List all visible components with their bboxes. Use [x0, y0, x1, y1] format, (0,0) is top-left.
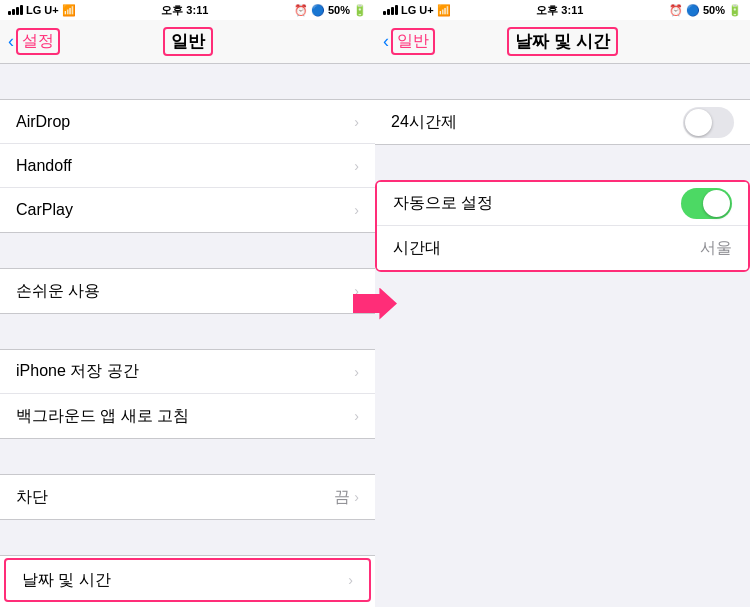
- airdrop-label: AirDrop: [16, 113, 70, 131]
- chevron-icon: ›: [354, 158, 359, 174]
- list-item[interactable]: 백그라운드 앱 새로 고침 ›: [0, 394, 375, 438]
- gap-2: [0, 233, 375, 268]
- 24hour-item[interactable]: 24시간제: [375, 100, 750, 144]
- wifi-icon: 📶: [62, 4, 76, 17]
- restrictions-value: 끔 ›: [334, 487, 359, 508]
- right-chevron-icon: ‹: [383, 31, 389, 52]
- chevron-icon: ›: [354, 202, 359, 218]
- left-chevron-icon: ‹: [8, 31, 14, 52]
- chevron-icon: ›: [354, 408, 359, 424]
- alarm-icon: ⏰: [294, 4, 308, 17]
- battery-icon: 🔋: [353, 4, 367, 17]
- wifi-icon: 📶: [437, 4, 451, 17]
- auto-set-label: 자동으로 설정: [393, 193, 493, 214]
- left-panel: LG U+ 📶 오후 3:11 ⏰ 🔵 50% 🔋 ‹ 설정 일반 AirDro…: [0, 0, 375, 607]
- timezone-label: 시간대: [393, 238, 441, 259]
- section-3: iPhone 저장 공간 › 백그라운드 앱 새로 고침 ›: [0, 349, 375, 439]
- list-item[interactable]: 차단 끔 ›: [0, 475, 375, 519]
- list-item[interactable]: AirDrop ›: [0, 100, 375, 144]
- toggle-knob: [685, 109, 712, 136]
- storage-label: iPhone 저장 공간: [16, 361, 139, 382]
- carplay-label: CarPlay: [16, 201, 73, 219]
- bluetooth-icon: 🔵: [686, 4, 700, 17]
- signal-icon: [383, 5, 398, 15]
- left-back-label[interactable]: 설정: [16, 28, 60, 55]
- restrictions-label: 차단: [16, 487, 48, 508]
- left-back-button[interactable]: ‹ 설정: [8, 28, 60, 55]
- list-item[interactable]: iPhone 저장 공간 ›: [0, 350, 375, 394]
- right-nav-bar: ‹ 일반 날짜 및 시간: [375, 20, 750, 64]
- storage-value: ›: [354, 364, 359, 380]
- right-status-bar: LG U+ 📶 오후 3:11 ⏰ 🔵 50% 🔋: [375, 0, 750, 20]
- toggle-knob: [703, 190, 730, 217]
- right-panel: LG U+ 📶 오후 3:11 ⏰ 🔵 50% 🔋 ‹ 일반 날짜 및 시간 2…: [375, 0, 750, 607]
- right-back-button[interactable]: ‹ 일반: [383, 28, 435, 55]
- datetime-value: ›: [348, 572, 353, 588]
- auto-set-toggle[interactable]: [681, 188, 732, 219]
- left-battery: 50%: [328, 4, 350, 16]
- list-item[interactable]: 손쉬운 사용 ›: [0, 269, 375, 313]
- right-nav-title: 날짜 및 시간: [507, 27, 617, 56]
- gap-5: [0, 520, 375, 555]
- left-status-left: LG U+ 📶: [8, 4, 76, 17]
- left-status-right: ⏰ 🔵 50% 🔋: [294, 4, 367, 17]
- right-battery: 50%: [703, 4, 725, 16]
- auto-set-item[interactable]: 자동으로 설정: [377, 182, 748, 226]
- gap-1: [0, 64, 375, 99]
- right-time: 오후 3:11: [536, 3, 583, 18]
- section-4: 차단 끔 ›: [0, 474, 375, 520]
- gap-3: [0, 314, 375, 349]
- airdrop-value: ›: [354, 114, 359, 130]
- bluetooth-icon: 🔵: [311, 4, 325, 17]
- left-carrier: LG U+: [26, 4, 59, 16]
- right-status-right: ⏰ 🔵 50% 🔋: [669, 4, 742, 17]
- chevron-icon: ›: [354, 364, 359, 380]
- battery-icon: 🔋: [728, 4, 742, 17]
- handoff-value: ›: [354, 158, 359, 174]
- datetime-label: 날짜 및 시간: [22, 570, 111, 591]
- right-list-content: 24시간제 자동으로 설정 시간대 서울: [375, 64, 750, 607]
- restrictions-text: 끔: [334, 487, 350, 508]
- left-status-bar: LG U+ 📶 오후 3:11 ⏰ 🔵 50% 🔋: [0, 0, 375, 20]
- right-section-1: 24시간제: [375, 99, 750, 145]
- chevron-icon: ›: [348, 572, 353, 588]
- left-time: 오후 3:11: [161, 3, 208, 18]
- accessibility-label: 손쉬운 사용: [16, 281, 100, 302]
- chevron-icon: ›: [354, 489, 359, 505]
- timezone-value: 서울: [700, 238, 732, 259]
- background-refresh-value: ›: [354, 408, 359, 424]
- right-carrier: LG U+: [401, 4, 434, 16]
- section-1: AirDrop › Handoff › CarPlay ›: [0, 99, 375, 233]
- alarm-icon: ⏰: [669, 4, 683, 17]
- chevron-icon: ›: [354, 114, 359, 130]
- signal-icon: [8, 5, 23, 15]
- section-5: 날짜 및 시간 › 키보드 ›: [0, 555, 375, 607]
- background-refresh-label: 백그라운드 앱 새로 고침: [16, 406, 189, 427]
- gap-4: [0, 439, 375, 474]
- left-nav-bar: ‹ 설정 일반: [0, 20, 375, 64]
- datetime-item[interactable]: 날짜 및 시간 ›: [4, 558, 371, 602]
- right-status-left: LG U+ 📶: [383, 4, 451, 17]
- 24hour-label: 24시간제: [391, 112, 457, 133]
- left-list-content: AirDrop › Handoff › CarPlay › 손쉬운 사용 ›: [0, 64, 375, 607]
- auto-set-section-box: 자동으로 설정 시간대 서울: [375, 180, 750, 272]
- carplay-value: ›: [354, 202, 359, 218]
- 24hour-toggle[interactable]: [683, 107, 734, 138]
- section-2: 손쉬운 사용 ›: [0, 268, 375, 314]
- list-item[interactable]: Handoff ›: [0, 144, 375, 188]
- left-nav-title: 일반: [163, 27, 213, 56]
- right-section-2: 자동으로 설정 시간대 서울: [377, 182, 748, 270]
- right-back-label[interactable]: 일반: [391, 28, 435, 55]
- handoff-label: Handoff: [16, 157, 72, 175]
- right-gap-1: [375, 64, 750, 99]
- right-gap-2: [375, 145, 750, 180]
- list-item[interactable]: CarPlay ›: [0, 188, 375, 232]
- timezone-item[interactable]: 시간대 서울: [377, 226, 748, 270]
